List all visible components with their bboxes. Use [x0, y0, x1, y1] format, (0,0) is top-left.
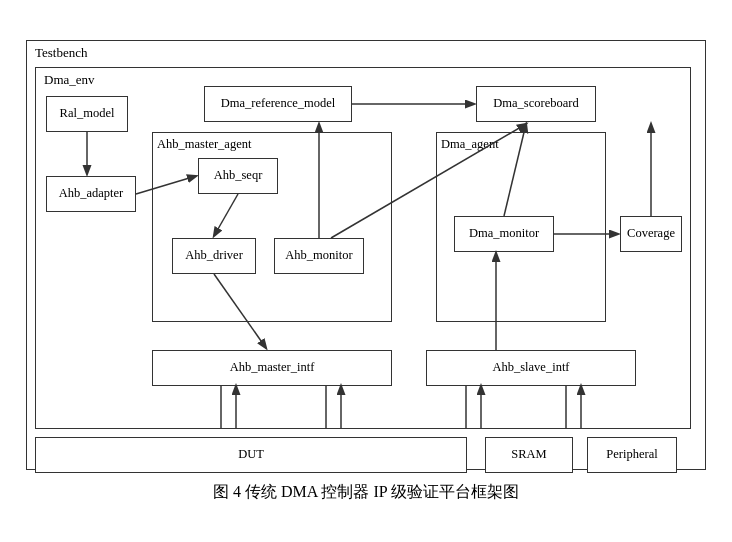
- ahb-seqr-box: Ahb_seqr: [198, 158, 278, 194]
- dma-reference-model-box: Dma_reference_model: [204, 86, 352, 122]
- coverage-box: Coverage: [620, 216, 682, 252]
- diagram-area: Testbench Dma_env Ral_model Ahb_adapter …: [26, 40, 706, 503]
- ahb-slave-intf-box: Ahb_slave_intf: [426, 350, 636, 386]
- dut-box: DUT: [35, 437, 467, 473]
- ral-model-box: Ral_model: [46, 96, 128, 132]
- ahb-driver-box: Ahb_driver: [172, 238, 256, 274]
- ahb-master-intf-box: Ahb_master_intf: [152, 350, 392, 386]
- caption: 图 4 传统 DMA 控制器 IP 级验证平台框架图: [26, 482, 706, 503]
- dmaenv-box: Dma_env Ral_model Ahb_adapter Dma_refere…: [35, 67, 691, 429]
- ahb-adapter-box: Ahb_adapter: [46, 176, 136, 212]
- dma-scoreboard-box: Dma_scoreboard: [476, 86, 596, 122]
- peripheral-box: Peripheral: [587, 437, 677, 473]
- dma-monitor-box: Dma_monitor: [454, 216, 554, 252]
- dmaenv-label: Dma_env: [44, 72, 95, 88]
- testbench-label: Testbench: [35, 45, 88, 61]
- sram-box: SRAM: [485, 437, 573, 473]
- ahb-monitor-box: Ahb_monitor: [274, 238, 364, 274]
- testbench-box: Testbench Dma_env Ral_model Ahb_adapter …: [26, 40, 706, 470]
- page-container: Testbench Dma_env Ral_model Ahb_adapter …: [0, 0, 732, 542]
